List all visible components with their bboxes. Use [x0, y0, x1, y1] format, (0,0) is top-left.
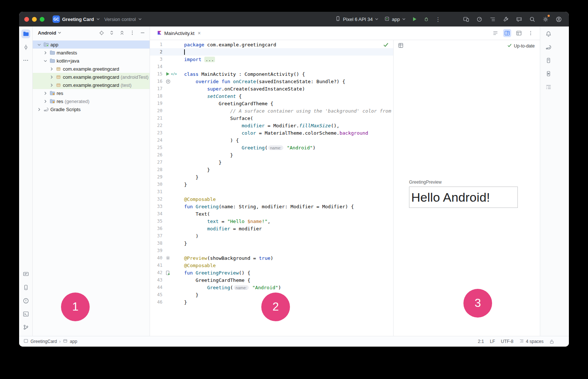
breadcrumb-project[interactable]: GreetingCard — [31, 339, 57, 344]
line-number[interactable]: 46 — [150, 300, 162, 305]
code-line-23[interactable]: 23 color = MaterialTheme.colorScheme.bac… — [150, 129, 393, 137]
line-number[interactable]: 37 — [150, 233, 162, 238]
tree-item-com-example-greetingcard-test[interactable]: com.example.greetingcard (test) — [33, 81, 150, 89]
line-number[interactable]: 36 — [150, 226, 162, 231]
code-line-19[interactable]: 19 GreetingCardTheme { — [150, 100, 393, 107]
chevron-down-icon[interactable] — [36, 43, 42, 47]
line-number[interactable]: 23 — [150, 130, 162, 135]
commit-tool-button[interactable] — [21, 43, 30, 52]
chevron-right-icon[interactable] — [49, 67, 54, 71]
line-number[interactable]: 39 — [150, 248, 162, 253]
indent-widget[interactable]: 4 spaces — [519, 339, 544, 344]
code-line-27[interactable]: 27 } — [150, 159, 393, 166]
expand-collapse-icon[interactable] — [108, 29, 115, 36]
structure-tool-button[interactable] — [544, 82, 553, 91]
line-number[interactable]: 17 — [150, 86, 162, 91]
line-number[interactable]: 27 — [150, 160, 162, 165]
close-tab-icon[interactable]: × — [198, 30, 201, 36]
file-lock-icon[interactable] — [549, 339, 554, 344]
chevron-right-icon[interactable] — [43, 91, 48, 95]
project-tool-button[interactable] — [21, 29, 30, 38]
breadcrumb-module[interactable]: app — [70, 339, 77, 344]
build-tools-icon[interactable] — [501, 14, 511, 24]
chevron-right-icon[interactable] — [43, 51, 48, 55]
version-control-tool-button[interactable] — [21, 323, 30, 332]
gradle-tool-button[interactable] — [544, 43, 553, 52]
running-devices-tool-button[interactable] — [544, 69, 553, 78]
code-line-18[interactable]: 18 setContent { — [150, 92, 393, 100]
preview-composable-name[interactable]: GreetingPreview — [409, 180, 442, 185]
caret-position-widget[interactable]: 2:1 — [478, 339, 484, 344]
line-number[interactable]: 28 — [150, 167, 162, 172]
chevron-right-icon[interactable] — [49, 83, 54, 87]
line-number[interactable]: 1 — [150, 42, 162, 47]
device-manager-tool-button[interactable] — [21, 283, 30, 292]
line-number[interactable]: 19 — [150, 101, 162, 106]
line-number[interactable]: 42 — [150, 270, 162, 275]
line-separator-widget[interactable]: LF — [490, 339, 495, 344]
device-mirroring-icon[interactable] — [461, 14, 471, 24]
line-number[interactable]: 25 — [150, 145, 162, 150]
minimize-window-button[interactable] — [32, 17, 37, 22]
line-number[interactable]: 2 — [150, 49, 162, 54]
encoding-widget[interactable]: UTF-8 — [501, 339, 513, 344]
line-number[interactable]: 21 — [150, 116, 162, 121]
code-line-28[interactable]: 28 } — [150, 166, 393, 173]
tree-item-com-example-greetingcard[interactable]: com.example.greetingcard — [33, 65, 150, 73]
line-number[interactable]: 24 — [150, 138, 162, 143]
locate-file-icon[interactable] — [98, 29, 105, 36]
code-line-17[interactable]: 17 super.onCreate(savedInstanceState) — [150, 85, 393, 92]
debug-button[interactable] — [421, 14, 431, 24]
line-number[interactable]: 35 — [150, 219, 162, 224]
code-editor[interactable]: 1package com.example.greetingcard23impor… — [150, 40, 393, 336]
line-number[interactable]: 22 — [150, 123, 162, 128]
tab-mainactivity[interactable]: MainActivity.kt × — [154, 26, 204, 40]
chevron-down-icon[interactable] — [43, 59, 48, 63]
code-line-16[interactable]: 16 override fun onCreate(savedInstanceSt… — [150, 78, 393, 85]
tree-item-res-generated[interactable]: res (generated) — [33, 97, 150, 105]
line-number[interactable]: 38 — [150, 241, 162, 246]
profiler-icon[interactable] — [474, 14, 484, 24]
structure-list-icon[interactable] — [487, 14, 498, 24]
code-line-21[interactable]: 21 Surface( — [150, 114, 393, 122]
search-everywhere-icon[interactable] — [527, 14, 537, 24]
preview-render-frame[interactable]: Hello Android! — [409, 187, 518, 208]
code-line-15[interactable]: 15</>class MainActivity : ComponentActiv… — [150, 70, 393, 78]
preview-build-status[interactable]: Up-to-date — [507, 43, 535, 49]
ai-assistant-icon[interactable] — [514, 14, 524, 24]
code-line-22[interactable]: 22 modifier = Modifier.fillMaxSize(), — [150, 122, 393, 129]
code-line-36[interactable]: 36 modifier = modifier — [150, 225, 393, 232]
code-line-43[interactable]: 43 GreetingCardTheme { — [150, 276, 393, 284]
line-number[interactable]: 14 — [150, 64, 162, 69]
code-line-39[interactable]: 39 — [150, 247, 393, 254]
line-number[interactable]: 44 — [150, 285, 162, 290]
line-number[interactable]: 33 — [150, 204, 162, 209]
code-line-38[interactable]: 38} — [150, 240, 393, 247]
line-number[interactable]: 15 — [150, 71, 162, 77]
code-line-1[interactable]: 1package com.example.greetingcard — [150, 41, 393, 48]
device-selector[interactable]: Pixel 6 API 34 — [333, 14, 381, 24]
code-line-3[interactable]: 3import ... — [150, 56, 393, 63]
line-number[interactable]: 29 — [150, 174, 162, 180]
chevron-right-icon[interactable] — [43, 99, 48, 103]
line-number[interactable]: 16 — [150, 79, 162, 84]
code-line-41[interactable]: 41@Composable — [150, 262, 393, 269]
more-tools-button[interactable] — [21, 56, 30, 65]
hide-panel-icon[interactable] — [139, 29, 146, 36]
settings-icon[interactable] — [540, 14, 551, 24]
device-explorer-tool-button[interactable] — [544, 56, 553, 65]
code-line-37[interactable]: 37 ) — [150, 232, 393, 240]
chevron-right-icon[interactable] — [36, 107, 42, 111]
tree-item-app[interactable]: app — [33, 40, 150, 49]
inspections-ok-icon[interactable] — [383, 42, 389, 49]
design-view-icon[interactable] — [515, 29, 523, 37]
line-number[interactable]: 32 — [150, 196, 162, 202]
line-number[interactable]: 41 — [150, 263, 162, 268]
close-window-button[interactable] — [24, 17, 29, 22]
code-line-31[interactable]: 31 — [150, 188, 393, 195]
problems-tool-button[interactable] — [21, 296, 30, 305]
version-control-widget[interactable]: Version control — [102, 15, 144, 24]
collapse-all-icon[interactable] — [119, 29, 125, 36]
code-line-14[interactable]: 14 — [150, 63, 393, 70]
line-number[interactable]: 31 — [150, 189, 162, 194]
